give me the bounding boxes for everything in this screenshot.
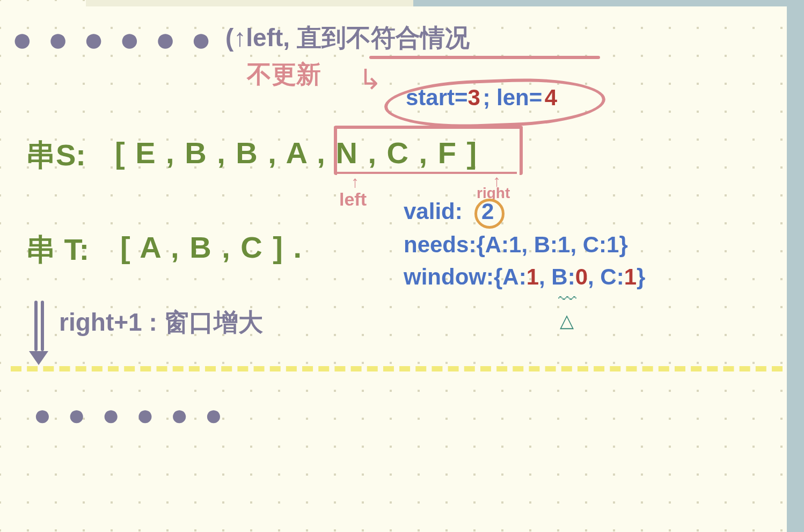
- left-marker: left: [339, 189, 367, 210]
- window-mid2: , C:: [588, 264, 624, 289]
- window-bracket-bottom: [337, 172, 517, 174]
- no-update-label: 不更新: [247, 58, 321, 91]
- start-value: 3: [468, 85, 480, 110]
- needs-label: needs:: [404, 232, 476, 257]
- t-array: [ A , B , C ] .: [120, 230, 303, 265]
- window-b-value: 0: [575, 264, 588, 289]
- window-row: window:{A:1, B:0, C:1}: [404, 264, 645, 290]
- step-label: right+1 : 窗口增大: [59, 306, 263, 339]
- needs-body: {A:1, B:1, C:1}: [476, 232, 627, 257]
- window-bracket: [334, 126, 523, 175]
- paper-background: [0, 0, 804, 532]
- dashed-divider: [11, 366, 783, 371]
- window-mid1: , B:: [539, 264, 575, 289]
- len-value: 4: [545, 85, 557, 110]
- window-label: window:: [404, 264, 494, 289]
- top-shade-left: [86, 0, 413, 6]
- top-dots-row: ●●●●●●: [12, 19, 226, 59]
- window-c-value: 1: [624, 264, 637, 289]
- top-note: (↑left, 直到不符合情况: [225, 21, 470, 55]
- bottom-dots-row: ●●●●●●: [33, 397, 239, 432]
- zero-squiggle-icon: 〰 △: [558, 289, 573, 331]
- needs-row: needs:{A:1, B:1, C:1}: [404, 232, 628, 258]
- valid-value: 2: [481, 199, 494, 224]
- arrow-down-icon: [31, 301, 47, 365]
- left-arrow-up-icon: ↑: [351, 173, 359, 191]
- window-suffix: }: [637, 264, 645, 289]
- t-label: 串 T:: [26, 230, 89, 271]
- start-label: start=: [406, 85, 468, 110]
- underline-no-match: [369, 56, 600, 59]
- result-sep: ; len=: [483, 85, 542, 110]
- window-a-value: 1: [527, 264, 539, 289]
- top-shade-right: [413, 0, 804, 6]
- window-prefix: {A:: [494, 264, 527, 289]
- valid-label: valid:: [404, 199, 463, 224]
- hook-arrow-icon: ↳: [359, 63, 382, 96]
- s-label: 串S:: [26, 135, 86, 176]
- right-margin-strip: [787, 0, 804, 532]
- result-text: start=3 ; len= 4: [406, 85, 557, 111]
